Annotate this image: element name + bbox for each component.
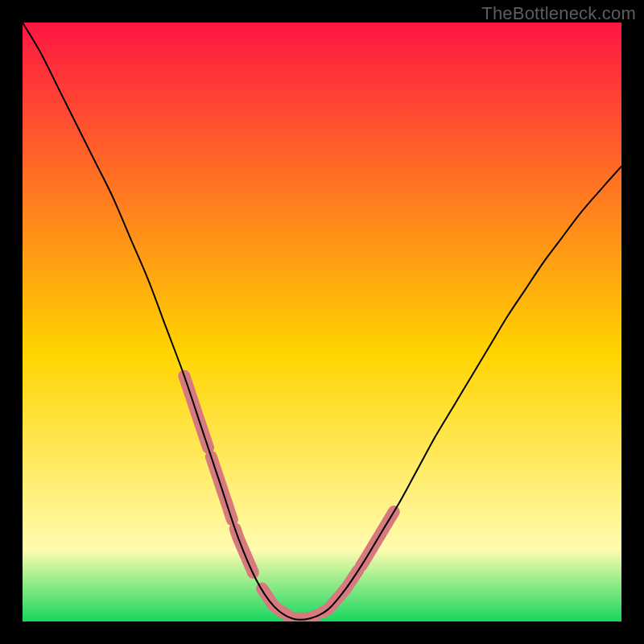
watermark-label: TheBottleneck.com <box>481 3 636 24</box>
chart-frame: TheBottleneck.com <box>0 0 644 644</box>
plot-background <box>23 23 621 621</box>
bottleneck-chart <box>0 0 644 644</box>
